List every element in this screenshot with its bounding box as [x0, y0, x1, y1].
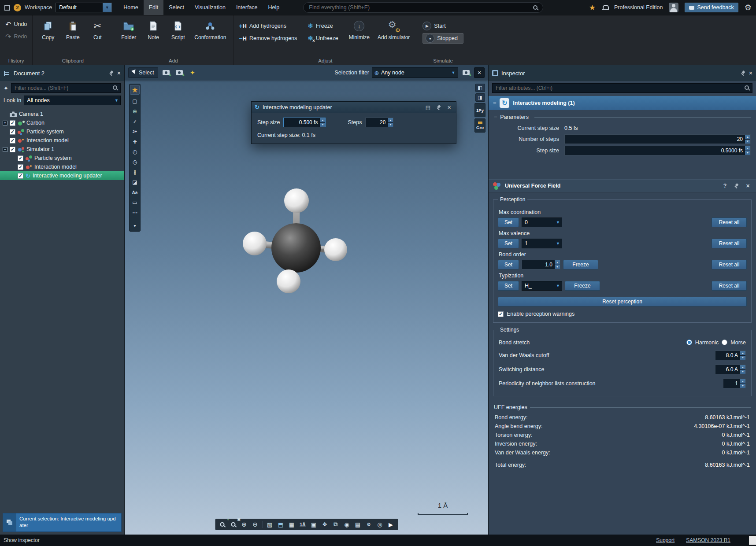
steps-input[interactable] — [366, 118, 387, 127]
select-tool-button[interactable]: Select — [128, 67, 158, 78]
erase-tool[interactable] — [130, 177, 140, 187]
filter-attributes-field[interactable] — [492, 83, 752, 93]
rectangle-select-tool[interactable] — [130, 96, 140, 106]
selection-filter-select[interactable]: Any node — [372, 67, 458, 78]
stepper-arrows[interactable] — [740, 365, 745, 374]
tab-python[interactable]: 1Py — [474, 103, 485, 117]
menu-home[interactable]: Home — [118, 0, 143, 15]
bond-order-field[interactable] — [522, 260, 560, 269]
cut-button[interactable]: Cut — [87, 19, 107, 41]
collapse-icon[interactable] — [494, 114, 497, 120]
bond-tool[interactable] — [130, 117, 140, 126]
reset-bond-order-button[interactable]: Reset all — [712, 260, 747, 269]
tree-item-carbon[interactable]: Carbon — [0, 118, 124, 127]
harmonic-radio[interactable] — [686, 339, 692, 345]
tab-gromacs[interactable]: Gro — [474, 118, 485, 133]
toolbar-expand-chevron[interactable] — [130, 221, 140, 230]
camera-projection-button[interactable] — [308, 520, 319, 529]
angstrom-scale-button[interactable]: 1Å — [297, 520, 308, 529]
methane-molecule[interactable] — [230, 181, 362, 313]
reset-typization-button[interactable]: Reset all — [712, 281, 747, 291]
freeze-bond-order-button[interactable]: Freeze — [563, 260, 598, 269]
menu-select[interactable]: Select — [163, 0, 189, 15]
periodicity-input[interactable] — [723, 379, 740, 388]
visibility-button[interactable] — [374, 520, 385, 529]
search-input[interactable] — [309, 4, 530, 11]
hydrogen-atom[interactable] — [243, 232, 267, 255]
filter-nodes-input[interactable] — [11, 83, 121, 93]
stepper-arrows[interactable] — [745, 146, 750, 155]
close-viewport-button[interactable] — [474, 67, 485, 78]
expander-icon[interactable] — [3, 147, 7, 152]
max-coordination-select[interactable]: 0 — [522, 218, 562, 227]
remove-hydrogens-button[interactable]: Remove hydrogens — [239, 33, 297, 44]
zoom-selection-button[interactable]: + — [217, 520, 227, 529]
vdw-cutoff-input[interactable] — [715, 351, 740, 360]
hydrogen-atom[interactable] — [324, 238, 347, 261]
copy-button[interactable]: Copy — [38, 19, 58, 41]
stepper-arrows[interactable] — [740, 379, 745, 388]
tree-item-simulator[interactable]: Simulator 1 — [0, 145, 124, 154]
filter-nodes-field[interactable] — [11, 83, 121, 93]
highlight-tool-button[interactable] — [187, 67, 198, 78]
filter-attributes-input[interactable] — [492, 83, 752, 93]
close-icon[interactable] — [445, 103, 453, 111]
stepper-arrows[interactable] — [387, 118, 393, 127]
settings-gear-icon[interactable] — [745, 3, 752, 12]
set-max-valence-button[interactable]: Set — [498, 239, 519, 248]
freeze-typization-button[interactable]: Freeze — [565, 281, 600, 291]
grid-button[interactable] — [286, 520, 297, 529]
save-preset-icon[interactable] — [424, 103, 432, 111]
orient-tool[interactable] — [130, 157, 140, 167]
reset-perception-button[interactable]: Reset perception — [498, 297, 747, 306]
add-simulator-button[interactable]: Add simulator — [376, 19, 411, 41]
favorite-tool-button[interactable] — [130, 85, 140, 95]
notification-badge[interactable]: 2 — [14, 4, 21, 11]
workspace-select[interactable]: Default — [56, 3, 112, 12]
collapse-icon[interactable] — [493, 100, 496, 106]
add-atom-tool[interactable] — [130, 107, 140, 116]
interactive-modeling-section[interactable]: Interactive modeling (1) — [489, 96, 756, 110]
help-icon[interactable] — [721, 182, 729, 190]
save-selection-button[interactable] — [161, 67, 171, 78]
menu-help[interactable]: Help — [263, 0, 285, 15]
zoom-window-button[interactable]: ▣ — [228, 520, 238, 529]
vdw-cutoff-field[interactable] — [715, 350, 746, 360]
hydrogen-atom[interactable] — [284, 188, 309, 213]
add-folder-button[interactable]: Folder — [119, 19, 139, 41]
add-note-button[interactable]: Note — [143, 19, 163, 41]
visibility-checkbox[interactable] — [18, 173, 23, 179]
step-size-field[interactable] — [283, 118, 326, 127]
add-script-button[interactable]: Script — [168, 19, 188, 41]
steps-field[interactable] — [365, 118, 393, 127]
pin-icon[interactable] — [109, 70, 114, 76]
number-of-steps-input[interactable] — [565, 135, 745, 144]
step-size-field[interactable] — [564, 146, 751, 155]
visibility-checkbox[interactable] — [18, 155, 23, 161]
carbon-atom[interactable] — [271, 223, 321, 273]
number-of-steps-field[interactable] — [564, 134, 751, 144]
switching-distance-field[interactable] — [715, 365, 746, 374]
unfreeze-button[interactable]: Unfreeze — [308, 33, 338, 44]
more-tools-button[interactable] — [130, 208, 140, 218]
text-label-tool[interactable] — [130, 188, 140, 197]
visibility-checkbox[interactable] — [10, 129, 15, 135]
redo-button[interactable]: Redo — [5, 31, 27, 42]
minimize-button[interactable]: Minimize — [347, 19, 371, 41]
presenter-button[interactable] — [363, 520, 374, 529]
resize-grip[interactable] — [749, 536, 756, 545]
viewport-3d[interactable]: Select Selection filter Any node — [125, 65, 488, 535]
pin-icon[interactable] — [741, 70, 746, 76]
universal-force-field-header[interactable]: Universal Force Field — [489, 179, 756, 192]
freeze-button[interactable]: Freeze — [308, 21, 338, 31]
set-max-coordination-button[interactable]: Set — [498, 218, 519, 227]
break-bond-tool[interactable] — [130, 167, 140, 177]
shading-button[interactable] — [264, 520, 275, 529]
set-bond-order-button[interactable]: Set — [498, 260, 519, 269]
play-button[interactable] — [385, 520, 396, 529]
user-avatar[interactable] — [669, 3, 678, 12]
visibility-checkbox[interactable] — [18, 164, 23, 170]
switching-distance-input[interactable] — [715, 365, 740, 374]
charge-tool[interactable] — [130, 127, 140, 136]
tree-item-interaction-model[interactable]: Interaction model — [0, 136, 124, 145]
